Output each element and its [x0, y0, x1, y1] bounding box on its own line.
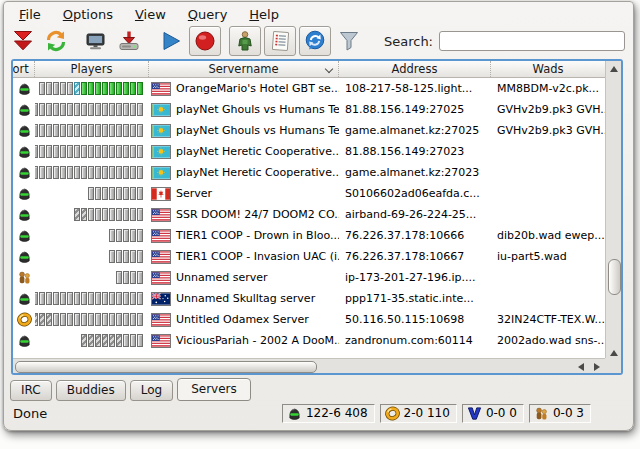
player-slot-empty-slot: [130, 292, 136, 305]
irc-chat-button[interactable]: [299, 26, 331, 56]
players-bar: [35, 124, 149, 137]
cell-address: 81.88.156.149:27023: [339, 145, 491, 158]
column-header-address[interactable]: Address: [339, 61, 491, 77]
player-slot-empty-slot: [123, 208, 129, 221]
get-wads-button[interactable]: [114, 27, 144, 55]
server-row[interactable]: TIER1 COOP - Invasion UAC (i...76.226.37…: [13, 246, 605, 267]
get-server-list-button[interactable]: [8, 27, 38, 55]
marine-icon: [233, 29, 257, 53]
player-slot-empty-slot: [137, 334, 143, 347]
player-slot-empty-slot: [39, 292, 45, 305]
column-header-wads[interactable]: Wads: [491, 61, 605, 77]
search-label: Search:: [384, 34, 433, 49]
player-slot-empty-slot: [137, 250, 143, 263]
cell-wads: dib20b.wad ewep...: [491, 229, 605, 242]
player-slot-empty-slot: [123, 187, 129, 200]
cell-address: 76.226.37.178:10666: [339, 229, 491, 242]
engine-zandronum-icon: [13, 144, 35, 159]
player-slot-empty-slot: [116, 292, 122, 305]
cell-wads: 32IN24CTF-TEX.W...: [491, 313, 605, 326]
menu-options[interactable]: Options: [52, 5, 124, 24]
tab-buddies[interactable]: Buddies: [56, 380, 126, 401]
sort-descending-icon: [325, 65, 333, 73]
cell-servername: Unnamed Skulltag server: [149, 292, 339, 306]
server-row[interactable]: TIER1 COOP - Drown in Bloo...76.226.37.1…: [13, 225, 605, 246]
player-slot-empty-slot: [102, 313, 108, 326]
server-row[interactable]: Untitled Odamex Server50.116.50.115:1069…: [13, 309, 605, 330]
players-bar: [35, 208, 149, 221]
player-slot-empty-slot: [116, 166, 122, 179]
filter-button[interactable]: [334, 27, 364, 55]
menu-view[interactable]: View: [124, 5, 177, 24]
server-row[interactable]: Unnamed serverip-173-201-27-196.ip....: [13, 267, 605, 288]
player-slot-player-green: [116, 82, 122, 95]
server-row[interactable]: playNet Ghouls vs Humans Te...81.88.156.…: [13, 99, 605, 120]
tab-irc[interactable]: IRC: [10, 380, 52, 401]
server-list-table: PortPlayersServernameAddressWads OrangeM…: [11, 59, 623, 375]
server-row[interactable]: ServerS0106602ad06eafda.c...: [13, 183, 605, 204]
engine-chex-icon: [13, 270, 35, 285]
tab-servers[interactable]: Servers: [177, 378, 251, 401]
player-slot-empty-slot: [123, 313, 129, 326]
players-bar: [35, 166, 149, 179]
menu-query[interactable]: Query: [177, 5, 239, 24]
cell-address: ip-173-201-27-196.ip....: [339, 271, 491, 284]
search-input[interactable]: [439, 31, 625, 51]
record-demo-button[interactable]: [189, 26, 221, 56]
server-row[interactable]: playNet Heretic Cooperative...game.alman…: [13, 162, 605, 183]
player-slot-empty-slot: [137, 187, 143, 200]
horizontal-scrollbar[interactable]: [13, 358, 605, 373]
vertical-scrollbar[interactable]: [605, 61, 621, 373]
player-slot-empty-slot: [39, 82, 45, 95]
column-header-servername[interactable]: Servername: [149, 61, 339, 77]
cell-address: ppp171-35.static.inte...: [339, 292, 491, 305]
player-slot-gray-hatched: [81, 208, 87, 221]
players-bar: [35, 313, 149, 326]
server-row[interactable]: Unnamed Skulltag serverppp171-35.static.…: [13, 288, 605, 309]
chat-globe-icon: [303, 29, 327, 53]
player-slot-gray-hatched: [88, 334, 94, 347]
scroll-up-button[interactable]: [606, 62, 621, 75]
player-slot-empty-slot: [109, 124, 115, 137]
player-slot-empty-slot: [137, 166, 143, 179]
server-row[interactable]: SSR DOOM! 24/7 DOOM2 CO...airband-69-26-…: [13, 204, 605, 225]
refresh-button[interactable]: [41, 27, 71, 55]
server-row[interactable]: ViciousPariah - 2002 A DooM...zandronum.…: [13, 330, 605, 351]
player-slot-empty-slot: [130, 313, 136, 326]
player-slot-empty-slot: [137, 145, 143, 158]
cell-servername: playNet Ghouls vs Humans Te...: [149, 103, 339, 117]
cell-wads: MM8BDM-v2c.pk...: [491, 82, 605, 95]
player-slot-empty-slot: [137, 229, 143, 242]
player-slot-empty-slot: [67, 145, 73, 158]
statusbar: Done 122-6 4082-0 1100-0 00-0 3: [4, 401, 633, 425]
cell-address: 108-217-58-125.light...: [339, 82, 491, 95]
scroll-right-button[interactable]: [590, 360, 604, 373]
scroll-left-button[interactable]: [574, 360, 588, 373]
doomguy-button[interactable]: [229, 26, 261, 56]
column-header-port[interactable]: Port: [13, 61, 35, 77]
engine-zandronum-icon: [13, 228, 35, 243]
horizontal-scrollbar-thumb[interactable]: [15, 361, 317, 373]
vertical-scrollbar-thumb[interactable]: [608, 259, 621, 295]
column-header-label: Wads: [533, 62, 564, 76]
join-server-button[interactable]: [156, 27, 186, 55]
lan-servers-button[interactable]: [81, 27, 111, 55]
server-row[interactable]: OrangeMario's Hotel GBT se...108-217-58-…: [13, 78, 605, 99]
player-slot-empty-slot: [116, 208, 122, 221]
column-header-players[interactable]: Players: [35, 61, 149, 77]
log-button[interactable]: [264, 26, 296, 56]
tab-log[interactable]: Log: [130, 380, 173, 401]
engine-counter-text: 0-0 3: [553, 406, 584, 420]
servername-text: Untitled Odamex Server: [176, 313, 309, 326]
menu-help[interactable]: Help: [238, 5, 290, 24]
player-slot-empty-slot: [88, 313, 94, 326]
engine-vavoom-icon: [467, 406, 482, 421]
menu-file[interactable]: File: [8, 5, 52, 24]
server-row[interactable]: playNet Ghouls vs Humans Te...game.alman…: [13, 120, 605, 141]
player-slot-empty-slot: [46, 166, 52, 179]
servername-text: playNet Ghouls vs Humans Te...: [176, 124, 339, 137]
server-row[interactable]: playNet Heretic Cooperative...81.88.156.…: [13, 141, 605, 162]
players-bar: [35, 187, 149, 200]
cell-wads: 2002ado.wad sns-...: [491, 334, 605, 347]
engine-counter-text: 2-0 110: [404, 406, 450, 420]
